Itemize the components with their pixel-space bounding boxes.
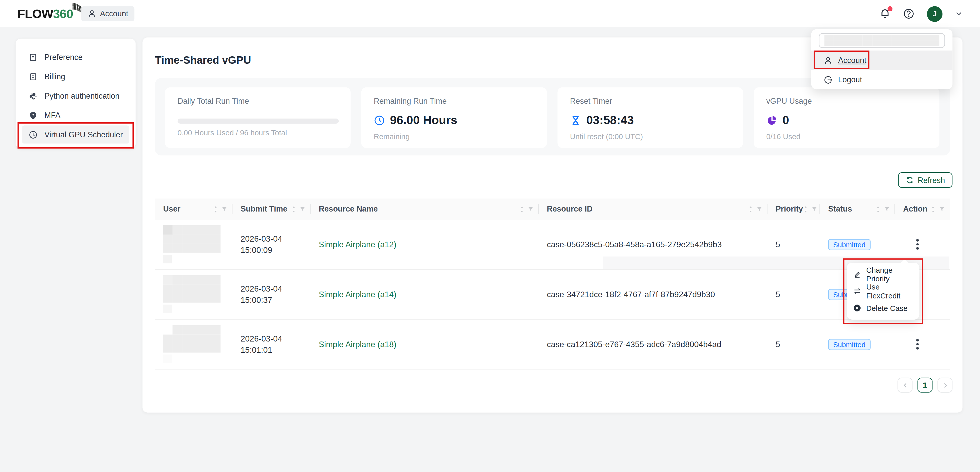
settings-sidebar: Preference Billing Python authentication…: [16, 39, 135, 149]
sidebar-item-mfa[interactable]: MFA: [22, 106, 129, 124]
menu-item-change-priority[interactable]: Change Priority: [847, 266, 919, 283]
column-label: Status: [828, 205, 852, 213]
row-actions-kebab-button[interactable]: [912, 337, 923, 351]
filter-icon[interactable]: [528, 206, 534, 212]
filter-icon[interactable]: [811, 206, 817, 212]
sort-desc-icon[interactable]: [876, 209, 881, 213]
submit-date: 2026-03-04: [241, 333, 310, 344]
sidebar-item-label: Virtual GPU Scheduler: [45, 130, 123, 139]
filter-icon[interactable]: [884, 206, 890, 212]
stats-panel: Daily Total Run Time 0.00 Hours Used / 9…: [155, 78, 950, 155]
column-header-resource-name[interactable]: Resource Name: [310, 198, 539, 220]
filter-icon[interactable]: [939, 206, 945, 212]
main-content-card: Time-Shared vGPU Daily Total Run Time 0.…: [142, 38, 963, 413]
menu-item-account[interactable]: Account: [811, 51, 953, 70]
sort-desc-icon[interactable]: [291, 209, 296, 213]
clock-icon: [374, 115, 385, 126]
redacted-user-mark: [163, 255, 172, 263]
sort-asc-icon[interactable]: [291, 205, 296, 209]
notification-dot: [888, 6, 893, 11]
pagination-next-button[interactable]: [937, 378, 953, 393]
person-icon: [824, 56, 832, 65]
daily-run-time-progress-bar: [178, 119, 339, 124]
python-icon: [29, 92, 38, 100]
sidebar-item-label: Preference: [45, 53, 83, 62]
user-cell-redacted: [155, 275, 232, 313]
column-label: User: [163, 205, 180, 213]
notifications-button[interactable]: [880, 8, 891, 19]
sort-asc-icon[interactable]: [213, 205, 218, 209]
pagination: 1: [897, 378, 953, 393]
column-header-user[interactable]: User: [155, 198, 232, 220]
pagination-page-1[interactable]: 1: [918, 378, 932, 393]
stat-value: 03:58:43: [586, 114, 634, 127]
priority-cell: 5: [767, 290, 820, 299]
app-viewport: FLOW360 Account J: [0, 0, 980, 472]
column-header-action[interactable]: Action: [895, 198, 950, 220]
header-account-label: Account: [100, 10, 128, 18]
resource-name-link[interactable]: Simple Airplane (a18): [319, 339, 396, 349]
column-header-submit-time[interactable]: Submit Time: [232, 198, 310, 220]
sort-desc-icon[interactable]: [803, 209, 808, 213]
stat-caption: 0/16 Used: [766, 132, 927, 141]
sidebar-item-virtual-gpu-scheduler[interactable]: Virtual GPU Scheduler: [22, 125, 129, 144]
help-icon[interactable]: [903, 8, 915, 19]
sort-asc-icon[interactable]: [876, 205, 881, 209]
column-label: Resource Name: [319, 205, 378, 213]
sort-asc-icon[interactable]: [931, 205, 936, 209]
flow360-logo[interactable]: FLOW360: [18, 4, 88, 23]
sidebar-item-python-authentication[interactable]: Python authentication: [22, 87, 129, 105]
sort-desc-icon[interactable]: [213, 209, 218, 213]
header-account-button[interactable]: Account: [81, 6, 135, 21]
submit-time-cell: 2026-03-04 15:00:37: [232, 283, 310, 306]
stat-value: 96.00 Hours: [390, 114, 457, 127]
stat-caption: Until reset (0:00 UTC): [570, 132, 730, 141]
filter-icon[interactable]: [299, 206, 305, 212]
refresh-icon: [906, 176, 914, 184]
sort-asc-icon[interactable]: [519, 205, 525, 209]
chevron-left-icon: [902, 382, 908, 389]
submit-time: 15:00:37: [241, 295, 310, 306]
menu-item-use-flexcredit[interactable]: Use FlexCredit: [847, 283, 919, 299]
row-actions-kebab-button[interactable]: [912, 238, 923, 251]
filter-icon[interactable]: [221, 206, 228, 212]
row-action-dropdown: Change Priority Use FlexCredit Delete Ca…: [847, 263, 919, 320]
sort-desc-icon[interactable]: [748, 209, 753, 213]
menu-item-logout[interactable]: Logout: [811, 70, 953, 89]
pagination-prev-button[interactable]: [897, 378, 913, 393]
column-header-status[interactable]: Status: [820, 198, 895, 220]
redacted-user-name: [163, 225, 221, 253]
sidebar-item-preference[interactable]: Preference: [22, 48, 129, 66]
document-icon: [29, 72, 38, 81]
column-header-resource-id[interactable]: Resource ID: [539, 198, 767, 220]
sort-asc-icon[interactable]: [748, 205, 753, 209]
refresh-button[interactable]: Refresh: [898, 172, 953, 188]
stat-caption: Remaining: [374, 132, 534, 141]
stat-card-vgpu-usage: vGPU Usage 0 0/16 Used: [754, 87, 939, 148]
menu-item-delete-case[interactable]: Delete Case: [847, 300, 919, 317]
resource-name-link[interactable]: Simple Airplane (a14): [319, 290, 396, 299]
column-header-priority[interactable]: Priority: [767, 198, 820, 220]
sort-desc-icon[interactable]: [931, 209, 936, 213]
menu-item-label: Delete Case: [866, 304, 907, 312]
user-avatar[interactable]: J: [927, 6, 942, 21]
person-icon: [88, 10, 96, 18]
swap-icon: [853, 287, 861, 295]
avatar-initial: J: [932, 10, 937, 18]
redacted-user-name: [163, 325, 221, 353]
filter-icon[interactable]: [756, 206, 762, 212]
menu-item-label: Account: [838, 56, 866, 65]
user-cell-redacted: [155, 325, 232, 363]
chevron-right-icon: [942, 382, 948, 389]
menu-item-label: Change Priority: [866, 266, 913, 283]
redacted-user-mark: [163, 304, 172, 313]
stat-value: 0: [783, 114, 789, 127]
sort-desc-icon[interactable]: [519, 209, 525, 213]
pie-chart-icon: [766, 115, 777, 126]
resource-name-link[interactable]: Simple Airplane (a12): [319, 239, 396, 249]
chevron-down-icon[interactable]: [955, 10, 963, 17]
table-row: 2026-03-04 15:01:01 Simple Airplane (a18…: [155, 320, 950, 369]
logo-text-flow: FLOW: [18, 6, 53, 21]
sidebar-item-billing[interactable]: Billing: [22, 67, 129, 86]
sort-asc-icon[interactable]: [803, 205, 808, 209]
